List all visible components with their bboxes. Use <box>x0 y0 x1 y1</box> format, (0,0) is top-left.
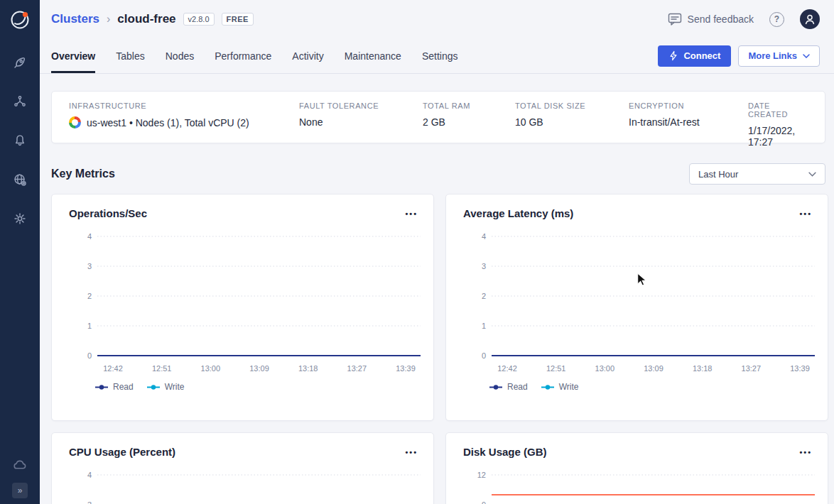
expand-sidebar-button[interactable]: » <box>12 483 28 498</box>
info-total-ram: TOTAL RAM 2 GB <box>423 102 515 131</box>
legend-marker-icon <box>541 384 554 390</box>
chart-title: CPU Usage (Percent) <box>69 446 175 458</box>
tab-activity[interactable]: Activity <box>292 38 323 73</box>
chart-legend: ReadWrite <box>463 382 816 392</box>
info-value: us-west1 • Nodes (1), Total vCPU (2) <box>87 117 249 128</box>
breadcrumb-current-cluster: cloud-free <box>117 12 175 26</box>
breadcrumb: Clusters › cloud-free v2.8.0 FREE <box>51 12 254 26</box>
plan-badge: FREE <box>222 13 254 26</box>
chart-menu-button[interactable]: ••• <box>795 447 816 458</box>
planet-logo-icon <box>9 9 31 31</box>
legend-label: Write <box>165 382 185 392</box>
legend-marker-icon <box>489 384 502 390</box>
tab-performance[interactable]: Performance <box>215 38 271 73</box>
tab-actions: Connect More Links <box>658 38 820 73</box>
x-tick: 13:18 <box>693 364 713 373</box>
time-range-select[interactable]: Last Hour <box>689 163 825 185</box>
chart-card-operations: Operations/Sec ••• 4321012:4212:5113:001… <box>51 194 434 421</box>
chart-menu-button[interactable]: ••• <box>795 208 816 219</box>
tab-tables[interactable]: Tables <box>116 38 144 73</box>
user-avatar[interactable] <box>800 9 820 29</box>
y-tick: 4 <box>482 232 486 241</box>
info-label: TOTAL DISK SIZE <box>515 102 629 110</box>
info-value: 10 GB <box>515 116 629 128</box>
sidebar-bottom: » <box>0 456 40 498</box>
tab-bar: Overview Tables Nodes Performance Activi… <box>40 38 834 74</box>
info-label: FAULT TOLERANCE <box>299 102 423 110</box>
key-metrics-heading: Key Metrics <box>51 168 115 180</box>
info-label: DATE CREATED <box>748 102 808 119</box>
gear-icon[interactable] <box>11 210 28 227</box>
legend-label: Read <box>507 382 528 392</box>
info-total-disk-size: TOTAL DISK SIZE 10 GB <box>515 102 629 131</box>
more-links-label: More Links <box>748 50 797 61</box>
y-tick: 1 <box>87 322 92 330</box>
cloud-icon[interactable] <box>11 456 28 473</box>
globe-settings-icon[interactable] <box>11 171 28 188</box>
info-value: In-transit/At-rest <box>629 116 748 128</box>
y-tick: 0 <box>482 351 486 360</box>
x-tick: 13:39 <box>396 364 416 373</box>
feedback-bubble-icon <box>668 13 682 26</box>
breadcrumb-separator-icon: › <box>107 13 110 26</box>
chart-plot: 4321012:4212:5113:0013:0913:1813:2713:39 <box>463 228 816 377</box>
x-tick: 13:00 <box>201 364 221 373</box>
chart-card-cpu: CPU Usage (Percent) ••• 4321012:4212:511… <box>51 432 434 504</box>
x-tick: 13:09 <box>249 364 269 373</box>
connect-lightning-icon <box>668 50 678 61</box>
connect-button[interactable]: Connect <box>658 45 731 67</box>
legend-item-write[interactable]: Write <box>147 382 185 392</box>
chart-canvas: 4321012:4212:5113:0013:0913:1813:2713:39 <box>69 228 422 374</box>
bell-icon[interactable] <box>11 132 28 149</box>
chart-canvas: 12963012:4212:5113:0013:0913:1813:2713:3… <box>463 466 816 504</box>
legend-marker-icon <box>147 384 160 390</box>
y-tick: 3 <box>482 262 486 270</box>
x-tick: 13:18 <box>298 364 318 373</box>
x-tick: 12:51 <box>546 364 566 373</box>
legend-item-read[interactable]: Read <box>489 382 528 392</box>
breadcrumb-clusters-link[interactable]: Clusters <box>51 12 99 26</box>
legend-item-write[interactable]: Write <box>541 382 579 392</box>
y-tick: 3 <box>87 500 92 504</box>
help-button[interactable]: ? <box>769 12 784 27</box>
chart-title: Operations/Sec <box>69 207 147 219</box>
chart-plot: 12963012:4212:5113:0013:0913:1813:2713:3… <box>463 466 816 504</box>
info-label: ENCRYPTION <box>629 102 748 110</box>
charts-grid: Operations/Sec ••• 4321012:4212:5113:001… <box>51 194 825 504</box>
info-value: None <box>299 116 423 128</box>
brand-logo[interactable] <box>0 0 40 40</box>
y-tick: 2 <box>87 292 92 300</box>
info-value: 1/17/2022, 17:27 <box>748 125 808 148</box>
info-fault-tolerance: FAULT TOLERANCE None <box>299 102 423 131</box>
rocket-icon[interactable] <box>11 54 28 71</box>
more-links-button[interactable]: More Links <box>738 45 820 67</box>
cluster-info-card: INFRASTRUCTURE us-west1 • Nodes (1), Tot… <box>51 91 825 143</box>
legend-label: Read <box>113 382 134 392</box>
chart-title: Disk Usage (GB) <box>463 446 547 458</box>
tab-maintenance[interactable]: Maintenance <box>345 38 401 73</box>
sidebar: » <box>0 0 40 504</box>
main-area: Clusters › cloud-free v2.8.0 FREE Send f… <box>40 0 834 504</box>
chart-menu-button[interactable]: ••• <box>401 208 422 219</box>
y-tick: 12 <box>477 471 486 479</box>
tab-nodes[interactable]: Nodes <box>166 38 194 73</box>
chart-card-disk: Disk Usage (GB) ••• 12963012:4212:5113:0… <box>445 432 828 504</box>
chevron-down-icon <box>803 54 810 58</box>
x-tick: 12:51 <box>152 364 172 373</box>
gcp-icon <box>69 116 81 128</box>
legend-label: Write <box>559 382 579 392</box>
legend-item-read[interactable]: Read <box>95 382 134 392</box>
x-tick: 13:27 <box>347 364 367 373</box>
content-area: INFRASTRUCTURE us-west1 • Nodes (1), Tot… <box>40 74 834 504</box>
send-feedback-button[interactable]: Send feedback <box>668 13 754 26</box>
cluster-network-icon[interactable] <box>11 93 28 110</box>
chart-menu-button[interactable]: ••• <box>401 447 422 458</box>
tab-overview[interactable]: Overview <box>51 38 95 73</box>
chart-canvas: 4321012:4212:5113:0013:0913:1813:2713:39 <box>463 228 816 374</box>
key-metrics-row: Key Metrics Last Hour <box>51 163 825 185</box>
y-tick: 4 <box>87 471 92 479</box>
info-value: 2 GB <box>423 116 515 128</box>
tab-settings[interactable]: Settings <box>422 38 458 73</box>
app-window: » Clusters › cloud-free v2.8.0 FREE Se <box>0 0 834 504</box>
chart-legend: ReadWrite <box>69 382 422 392</box>
